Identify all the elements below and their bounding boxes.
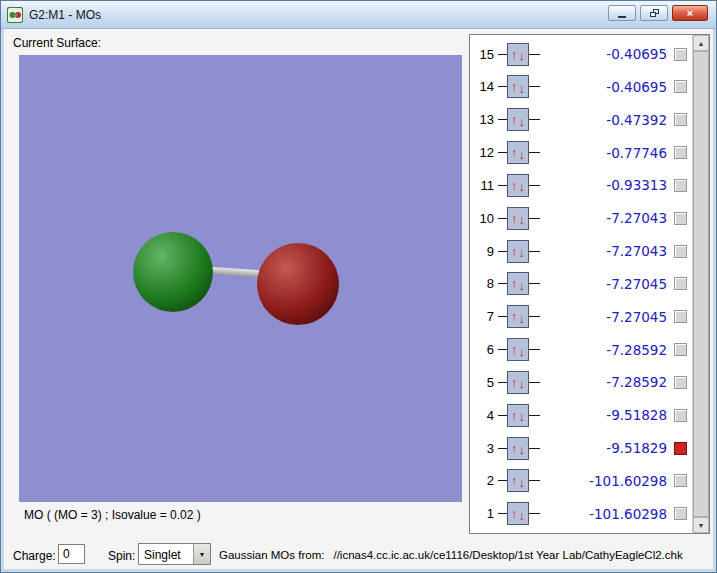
energy-level-line (529, 283, 540, 284)
energy-level-line (498, 152, 507, 153)
spin-up-icon: ↑ (511, 409, 518, 422)
mo-checkbox[interactable] (674, 343, 687, 356)
mo-checkbox[interactable] (674, 376, 687, 389)
mo-occupancy-icon[interactable]: ↑ ↓ (507, 502, 529, 525)
mo-row: 2 ↑ ↓ -101.60298 (470, 465, 692, 497)
scroll-down-icon[interactable]: ▼ (693, 517, 709, 533)
energy-level-line (498, 185, 507, 186)
mo-checkbox[interactable] (674, 277, 687, 290)
spin-down-icon: ↓ (519, 410, 526, 423)
client-area: Current Surface: MO ( (MO = 3) ; Isovalu… (4, 29, 713, 569)
mo-energy: -0.40695 (540, 46, 674, 62)
mo-occupancy-icon[interactable]: ↑ ↓ (507, 141, 529, 164)
mo-row: 4 ↑ ↓ -9.51828 (470, 399, 692, 431)
mo-index: 8 (470, 276, 494, 291)
mo-checkbox[interactable] (674, 442, 687, 455)
spin-down-icon: ↓ (519, 377, 526, 390)
mo-row: 7 ↑ ↓ -7.27045 (470, 301, 692, 333)
spin-up-icon: ↑ (511, 310, 518, 323)
mo-checkbox[interactable] (674, 507, 687, 520)
restore-icon (650, 9, 659, 17)
spin-dropdown[interactable]: Singlet ▼ (138, 543, 211, 565)
window-controls: × (608, 5, 708, 21)
mo-scrollbar[interactable]: ▲ ▼ (692, 35, 709, 533)
spin-up-icon: ↑ (511, 179, 518, 192)
mo-occupancy-icon[interactable]: ↑ ↓ (507, 437, 529, 460)
mo-checkbox[interactable] (674, 212, 687, 225)
scroll-up-icon[interactable]: ▲ (693, 35, 709, 51)
energy-level-line (529, 415, 540, 416)
mo-checkbox[interactable] (674, 113, 687, 126)
spin-up-icon: ↑ (511, 277, 518, 290)
spin-down-icon: ↓ (519, 312, 526, 325)
mo-checkbox[interactable] (674, 146, 687, 159)
mo-row: 15 ↑ ↓ -0.40695 (470, 38, 692, 70)
mo-checkbox[interactable] (674, 179, 687, 192)
spin-up-icon: ↑ (511, 376, 518, 389)
mo-occupancy-icon[interactable]: ↑ ↓ (507, 207, 529, 230)
energy-level-line (498, 480, 507, 481)
mo-checkbox[interactable] (674, 245, 687, 258)
spin-label: Spin: (108, 549, 135, 563)
mo-caption: MO ( (MO = 3) ; Isovalue = 0.02 ) (24, 508, 201, 522)
close-button[interactable]: × (672, 5, 708, 21)
mo-energy: -7.27045 (540, 276, 674, 292)
mo-occupancy-icon[interactable]: ↑ ↓ (507, 108, 529, 131)
spin-down-icon: ↓ (519, 246, 526, 259)
mo-index: 6 (470, 342, 494, 357)
energy-level-line (498, 54, 507, 55)
mo-energy: -7.27043 (540, 210, 674, 226)
close-icon: × (687, 8, 693, 19)
mo-occupancy-icon[interactable]: ↑ ↓ (507, 404, 529, 427)
mo-checkbox[interactable] (674, 80, 687, 93)
mo-energy: -0.40695 (540, 79, 674, 95)
charge-label: Charge: (13, 549, 56, 563)
scrollbar-thumb[interactable] (693, 51, 709, 517)
mo-row: 6 ↑ ↓ -7.28592 (470, 334, 692, 366)
source-line: Gaussian MOs from://icnas4.cc.ic.ac.uk/c… (219, 549, 683, 561)
mo-occupancy-icon[interactable]: ↑ ↓ (507, 469, 529, 492)
mo-index: 7 (470, 309, 494, 324)
molecule-viewport[interactable] (19, 55, 462, 502)
mo-row: 9 ↑ ↓ -7.27043 (470, 235, 692, 267)
spin-down-icon: ↓ (519, 180, 526, 193)
mo-occupancy-icon[interactable]: ↑ ↓ (507, 174, 529, 197)
mo-checkbox[interactable] (674, 474, 687, 487)
mo-index: 4 (470, 408, 494, 423)
energy-level-line (529, 349, 540, 350)
energy-level-line (529, 513, 540, 514)
mo-occupancy-icon[interactable]: ↑ ↓ (507, 75, 529, 98)
spin-up-icon: ↑ (511, 442, 518, 455)
mo-row: 8 ↑ ↓ -7.27045 (470, 268, 692, 300)
energy-level-line (498, 251, 507, 252)
spin-down-icon: ↓ (519, 82, 526, 95)
mo-energy: -7.28592 (540, 342, 674, 358)
spin-up-icon: ↑ (511, 474, 518, 487)
charge-input[interactable] (58, 544, 85, 564)
mo-occupancy-icon[interactable]: ↑ ↓ (507, 43, 529, 66)
energy-level-line (529, 316, 540, 317)
mo-checkbox[interactable] (674, 409, 687, 422)
mo-occupancy-icon[interactable]: ↑ ↓ (507, 272, 529, 295)
mo-occupancy-icon[interactable]: ↑ ↓ (507, 305, 529, 328)
mo-checkbox[interactable] (674, 48, 687, 61)
source-path: //icnas4.cc.ic.ac.uk/ce1116/Desktop/1st … (333, 549, 682, 561)
mo-occupancy-icon[interactable]: ↑ ↓ (507, 371, 529, 394)
mo-occupancy-icon[interactable]: ↑ ↓ (507, 240, 529, 263)
mo-energy: -0.47392 (540, 112, 674, 128)
energy-level-line (529, 218, 540, 219)
mo-row: 14 ↑ ↓ -0.40695 (470, 71, 692, 103)
mo-energy: -9.51829 (540, 440, 674, 456)
mo-row: 3 ↑ ↓ -9.51829 (470, 432, 692, 464)
energy-level-line (529, 119, 540, 120)
mo-energy: -7.27043 (540, 243, 674, 259)
chevron-down-icon[interactable]: ▼ (193, 544, 210, 564)
atom-green (133, 232, 213, 312)
mo-index: 2 (470, 473, 494, 488)
mo-energy: -101.60298 (540, 473, 674, 489)
restore-button[interactable] (640, 5, 668, 21)
mo-occupancy-icon[interactable]: ↑ ↓ (507, 338, 529, 361)
mo-checkbox[interactable] (674, 310, 687, 323)
mo-index: 9 (470, 244, 494, 259)
minimize-button[interactable] (608, 5, 636, 21)
